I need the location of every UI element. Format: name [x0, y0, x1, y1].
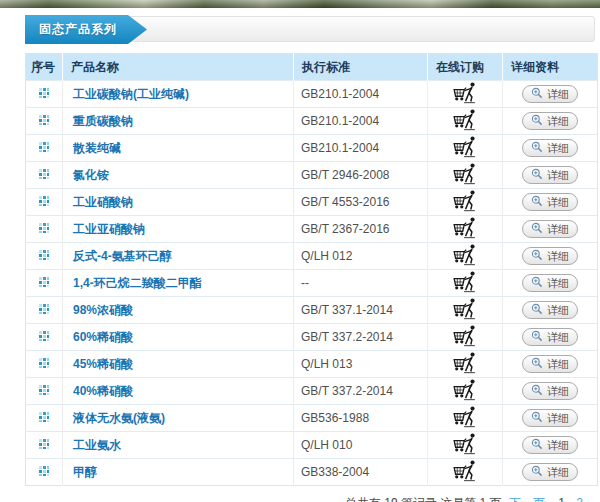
table-row: 甲醇 GB338-2004: [26, 459, 598, 486]
standard-text: GB210.1-2004: [301, 141, 379, 155]
order-cart-link[interactable]: [449, 135, 481, 158]
grid-bullet-icon: [39, 222, 49, 236]
magnifier-icon: [531, 87, 543, 101]
product-name-link[interactable]: 60%稀硝酸: [63, 329, 133, 346]
product-name-link[interactable]: 45%稀硝酸: [63, 356, 133, 373]
order-cart-link[interactable]: [449, 216, 481, 239]
detail-button[interactable]: 详细: [522, 355, 578, 373]
detail-button-label: 详细: [547, 413, 569, 424]
order-cart-link[interactable]: [449, 324, 481, 347]
order-cart-link[interactable]: [449, 243, 481, 266]
product-name-link[interactable]: 1,4-环己烷二羧酸二甲酯: [63, 275, 202, 292]
order-cart-link[interactable]: [449, 405, 481, 428]
product-name-link[interactable]: 40%稀硝酸: [63, 383, 133, 400]
order-cart-link[interactable]: [449, 189, 481, 212]
magnifier-icon: [531, 276, 543, 290]
magnifier-icon: [531, 168, 543, 182]
grid-bullet-icon: [39, 438, 49, 452]
detail-button[interactable]: 详细: [522, 382, 578, 400]
table-header-row: 序号 产品名称 执行标准 在线订购 详细资料: [26, 54, 598, 81]
detail-button[interactable]: 详细: [522, 436, 578, 454]
grid-bullet-icon: [39, 384, 49, 398]
product-name-link[interactable]: 重质碳酸钠: [63, 113, 133, 130]
grid-bullet-icon: [39, 303, 49, 317]
col-header-order: 在线订购: [428, 54, 503, 81]
product-name-link[interactable]: 工业碳酸钠(工业纯碱): [63, 86, 189, 103]
section-title: 固态产品系列: [39, 22, 117, 36]
next-page-link[interactable]: 下一页: [509, 496, 545, 502]
magnifier-icon: [531, 303, 543, 317]
detail-button[interactable]: 详细: [522, 247, 578, 265]
detail-button[interactable]: 详细: [522, 193, 578, 211]
detail-button-label: 详细: [547, 332, 569, 343]
detail-button-label: 详细: [547, 251, 569, 262]
table-row: 反式-4-氨基环己醇 Q/LH 012: [26, 243, 598, 270]
magnifier-icon: [531, 411, 543, 425]
grid-bullet-icon: [39, 195, 49, 209]
detail-button[interactable]: 详细: [522, 463, 578, 481]
detail-button[interactable]: 详细: [522, 220, 578, 238]
product-name-link[interactable]: 工业亚硝酸钠: [63, 221, 145, 238]
detail-button-label: 详细: [547, 143, 569, 154]
magnifier-icon: [531, 114, 543, 128]
order-cart-link[interactable]: [449, 378, 481, 401]
detail-button[interactable]: 详细: [522, 85, 578, 103]
table-row: 工业碳酸钠(工业纯碱) GB210.1-2004: [26, 81, 598, 108]
grid-bullet-icon: [39, 465, 49, 479]
detail-button[interactable]: 详细: [522, 274, 578, 292]
product-name-link[interactable]: 98%浓硝酸: [63, 302, 133, 319]
detail-button[interactable]: 详细: [522, 409, 578, 427]
standard-text: --: [301, 276, 309, 290]
product-name-link[interactable]: 散装纯碱: [63, 140, 121, 157]
grid-bullet-icon: [39, 357, 49, 371]
table-row: 氯化铵 GB/T 2946-2008: [26, 162, 598, 189]
detail-button[interactable]: 详细: [522, 328, 578, 346]
product-name-link[interactable]: 工业氨水: [63, 437, 121, 454]
col-header-product-name: 产品名称: [63, 54, 294, 81]
product-name-link[interactable]: 甲醇: [63, 464, 97, 481]
section-title-tag: 固态产品系列: [25, 15, 147, 44]
order-cart-link[interactable]: [449, 81, 481, 104]
magnifier-icon: [531, 195, 543, 209]
cart-person-icon: [449, 93, 481, 107]
standard-text: GB338-2004: [301, 465, 369, 479]
detail-button-label: 详细: [547, 224, 569, 235]
standard-text: GB210.1-2004: [301, 87, 379, 101]
detail-button-label: 详细: [547, 170, 569, 181]
cart-person-icon: [449, 390, 481, 404]
order-cart-link[interactable]: [449, 108, 481, 131]
table-row: 40%稀硝酸 GB/T 337.2-2014: [26, 378, 598, 405]
detail-button-label: 详细: [547, 89, 569, 100]
order-cart-link[interactable]: [449, 270, 481, 293]
product-name-link[interactable]: 液体无水氨(液氨): [63, 410, 165, 427]
detail-button[interactable]: 详细: [522, 301, 578, 319]
standard-text: GB/T 337.2-2014: [301, 384, 393, 398]
detail-button[interactable]: 详细: [522, 112, 578, 130]
col-header-standard: 执行标准: [294, 54, 428, 81]
grid-bullet-icon: [39, 114, 49, 128]
standard-text: GB/T 2946-2008: [301, 168, 390, 182]
order-cart-link[interactable]: [449, 162, 481, 185]
table-row: 重质碳酸钠 GB210.1-2004: [26, 108, 598, 135]
detail-button[interactable]: 详细: [522, 139, 578, 157]
page-number-2-link[interactable]: 2: [576, 496, 583, 502]
standard-text: GB210.1-2004: [301, 114, 379, 128]
order-cart-link[interactable]: [449, 459, 481, 482]
table-row: 工业亚硝酸钠 GB/T 2367-2016: [26, 216, 598, 243]
grid-bullet-icon: [39, 411, 49, 425]
magnifier-icon: [531, 384, 543, 398]
order-cart-link[interactable]: [449, 351, 481, 374]
product-name-link[interactable]: 氯化铵: [63, 167, 109, 184]
detail-button-label: 详细: [547, 359, 569, 370]
order-cart-link[interactable]: [449, 432, 481, 455]
standard-text: Q/LH 012: [301, 249, 352, 263]
grid-bullet-icon: [39, 330, 49, 344]
product-name-link[interactable]: 工业硝酸钠: [63, 194, 133, 211]
order-cart-link[interactable]: [449, 297, 481, 320]
cart-person-icon: [449, 201, 481, 215]
cart-person-icon: [449, 336, 481, 350]
section-header-bar: 固态产品系列: [25, 16, 595, 42]
table-row: 散装纯碱 GB210.1-2004: [26, 135, 598, 162]
product-name-link[interactable]: 反式-4-氨基环己醇: [63, 248, 172, 265]
detail-button[interactable]: 详细: [522, 166, 578, 184]
